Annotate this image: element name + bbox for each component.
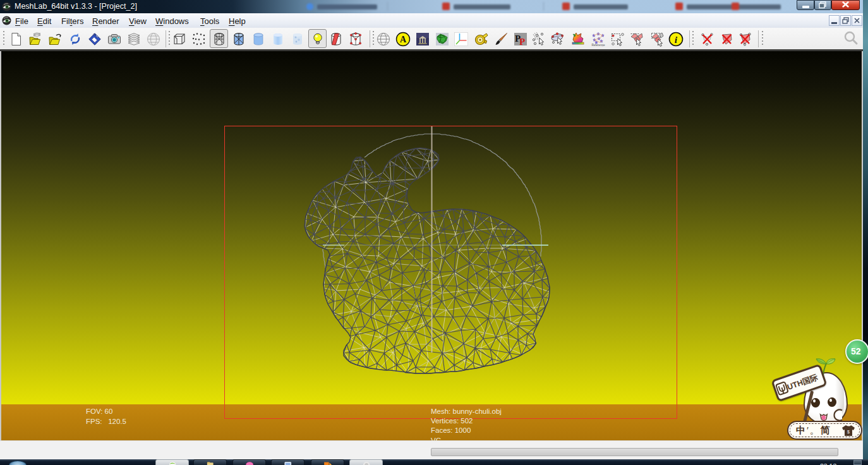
- svg-text:UTH国际: UTH国际: [786, 373, 819, 392]
- svg-text:Reference: Reference: [591, 44, 605, 47]
- svg-text:i: i: [675, 34, 678, 45]
- svg-text:P: P: [519, 37, 525, 47]
- svg-text:A: A: [400, 35, 407, 44]
- svg-text:$: $: [847, 430, 850, 434]
